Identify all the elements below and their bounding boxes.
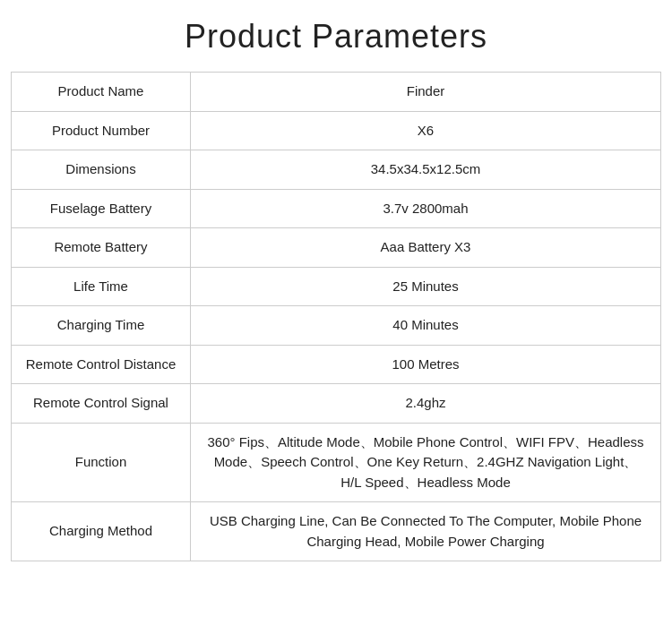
table-row: Fuselage Battery3.7v 2800mah — [12, 189, 661, 228]
table-row: Product NumberX6 — [12, 111, 661, 150]
row-label-10: Charging Method — [12, 502, 191, 561]
row-label-9: Function — [12, 423, 191, 502]
row-value-6: 40 Minutes — [191, 306, 661, 346]
row-value-10: USB Charging Line, Can Be Connected To T… — [191, 502, 661, 561]
row-label-5: Life Time — [12, 267, 191, 306]
row-value-8: 2.4ghz — [191, 384, 661, 424]
row-value-1: X6 — [191, 111, 661, 150]
row-label-3: Fuselage Battery — [12, 189, 191, 228]
row-value-2: 34.5x34.5x12.5cm — [191, 150, 661, 190]
row-value-4: Aaa Battery X3 — [191, 228, 661, 268]
row-value-0: Finder — [191, 73, 661, 112]
table-row: Product NameFinder — [12, 73, 661, 112]
page-title: Product Parameters — [0, 0, 672, 72]
table-row: Charging Time40 Minutes — [12, 306, 661, 346]
table-row: Function360° Fips、Altitude Mode、Mobile P… — [12, 423, 661, 502]
table-row: Charging MethodUSB Charging Line, Can Be… — [12, 502, 661, 561]
table-row: Life Time25 Minutes — [12, 267, 661, 306]
row-label-6: Charging Time — [12, 306, 191, 346]
table-wrapper: Product NameFinderProduct NumberX6Dimens… — [0, 72, 672, 579]
row-label-7: Remote Control Distance — [12, 345, 191, 384]
row-label-1: Product Number — [12, 111, 191, 150]
row-label-4: Remote Battery — [12, 228, 191, 268]
row-label-2: Dimensions — [12, 150, 191, 190]
row-value-5: 25 Minutes — [191, 267, 661, 306]
table-row: Remote Control Distance100 Metres — [12, 345, 661, 384]
row-label-0: Product Name — [12, 73, 191, 112]
row-label-8: Remote Control Signal — [12, 384, 191, 424]
row-value-9: 360° Fips、Altitude Mode、Mobile Phone Con… — [191, 423, 661, 502]
product-parameters-table: Product NameFinderProduct NumberX6Dimens… — [11, 72, 661, 561]
table-row: Remote BatteryAaa Battery X3 — [12, 228, 661, 268]
row-value-3: 3.7v 2800mah — [191, 189, 661, 228]
table-row: Dimensions34.5x34.5x12.5cm — [12, 150, 661, 190]
row-value-7: 100 Metres — [191, 345, 661, 384]
table-row: Remote Control Signal2.4ghz — [12, 384, 661, 424]
